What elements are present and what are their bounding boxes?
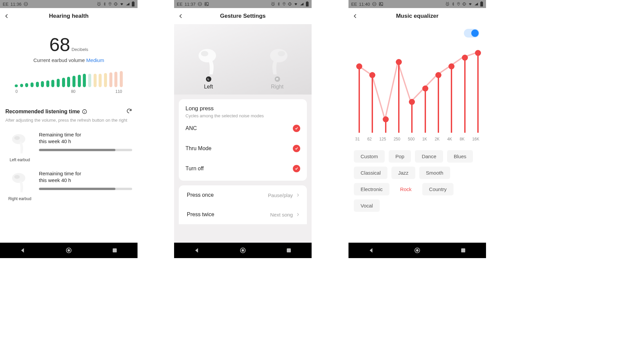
nav-back-button[interactable] <box>16 244 30 257</box>
eq-slider-handle[interactable] <box>396 59 402 65</box>
nav-recent-button[interactable] <box>457 244 470 257</box>
volume-bar-segment <box>46 80 49 87</box>
eq-slider-handle[interactable] <box>369 72 375 78</box>
location-icon <box>282 2 286 6</box>
preset-chip-blues[interactable]: Blues <box>447 150 473 163</box>
info-icon <box>82 109 87 114</box>
svg-rect-4 <box>115 3 117 5</box>
phone-music-equalizer: EE 11:40 Music equalizer 31621252505001K… <box>348 0 486 258</box>
eq-slider-track[interactable] <box>359 66 360 133</box>
nav-recent-button[interactable] <box>282 244 296 257</box>
signal-icon <box>474 2 479 6</box>
eq-slider-handle[interactable] <box>422 85 428 92</box>
svg-rect-5 <box>132 2 135 7</box>
eq-slider-track[interactable] <box>398 62 399 133</box>
clock: 11:37 <box>184 2 196 7</box>
eq-slider-track[interactable] <box>477 53 479 133</box>
chevron-left-icon <box>352 13 358 19</box>
nav-back-button[interactable] <box>365 244 378 257</box>
press-twice-value: Next song <box>270 212 293 218</box>
right-earbud-line2: this week 40 h <box>39 177 132 184</box>
back-button[interactable] <box>174 13 187 19</box>
carrier: EE <box>3 2 8 7</box>
equalizer-chart[interactable]: 31621252505001K2K4K8K16K <box>355 41 479 141</box>
nav-recent-button[interactable] <box>108 244 121 257</box>
preset-chip-rock[interactable]: Rock <box>393 183 418 195</box>
reco-title: Recommended listening time <box>5 109 80 115</box>
option-thru-mode[interactable]: Thru Mode <box>185 138 300 159</box>
refresh-icon <box>126 108 132 114</box>
eq-slider-track[interactable] <box>464 58 466 133</box>
nav-home-button[interactable] <box>236 244 250 257</box>
tab-right-earbud[interactable]: R Right <box>243 24 312 95</box>
volume-bar-segment <box>57 79 60 87</box>
volume-bar-segment <box>15 84 18 87</box>
eq-slider-handle[interactable] <box>383 116 389 122</box>
chevron-right-icon <box>296 212 300 217</box>
option-off-label: Turn off <box>185 166 204 172</box>
svg-rect-23 <box>289 3 291 5</box>
left-earbud-icon <box>195 46 222 76</box>
eq-slider-handle[interactable] <box>448 63 454 69</box>
nav-home-button[interactable] <box>62 244 75 257</box>
page-title: Gesture Settings <box>174 13 312 19</box>
eq-band-label: 62 <box>367 137 372 141</box>
eq-slider-handle[interactable] <box>435 72 441 78</box>
preset-chip-custom[interactable]: Custom <box>354 150 385 163</box>
nav-recent-icon <box>286 247 292 253</box>
eq-slider-track[interactable] <box>451 66 452 133</box>
nav-home-button[interactable] <box>411 244 424 257</box>
option-anc[interactable]: ANC <box>185 118 300 138</box>
tab-left-earbud[interactable]: L Left <box>174 24 243 95</box>
option-turn-off[interactable]: Turn off <box>185 159 300 179</box>
left-badge: L <box>206 76 211 82</box>
svg-point-15 <box>68 249 70 251</box>
nav-back-icon <box>368 247 375 254</box>
left-earbud-icon <box>9 131 31 156</box>
eq-slider-handle[interactable] <box>409 99 415 105</box>
eq-slider-handle[interactable] <box>475 50 481 56</box>
eq-toggle[interactable] <box>464 29 479 38</box>
eq-slider-track[interactable] <box>425 88 426 133</box>
preset-chip-smooth[interactable]: Smooth <box>419 167 450 179</box>
long-press-sub: Cycles among the selected noise modes <box>185 113 300 118</box>
row-press-twice[interactable]: Press twice Next song <box>179 205 307 224</box>
right-earbud-icon <box>9 170 31 195</box>
eq-slider-track[interactable] <box>372 75 373 133</box>
right-badge: R <box>275 76 280 82</box>
volume-bar-segment <box>41 81 44 87</box>
preset-chip-classical[interactable]: Classical <box>354 167 387 179</box>
preset-chip-jazz[interactable]: Jazz <box>391 167 415 179</box>
volume-bar-segment <box>88 74 91 87</box>
dnd-icon <box>198 2 202 6</box>
nav-recent-icon <box>112 247 118 253</box>
back-button[interactable] <box>0 13 13 19</box>
dnd-icon <box>372 2 377 6</box>
preset-chip-electronic[interactable]: Electronic <box>354 183 389 195</box>
nav-back-button[interactable] <box>190 244 204 257</box>
volume-bar-segment <box>25 83 28 87</box>
eq-slider-track[interactable] <box>438 75 439 133</box>
earbud-selector: L Left R Right <box>174 24 312 95</box>
preset-chip-vocal[interactable]: Vocal <box>354 199 380 212</box>
phone-gesture-settings: EE 11:37 Gesture Settings L Left <box>174 0 312 258</box>
android-navbar <box>174 243 312 258</box>
right-earbud-progress <box>39 188 132 190</box>
preset-chip-country[interactable]: Country <box>422 183 453 195</box>
refresh-button[interactable] <box>126 108 132 115</box>
volume-bar-segment <box>62 78 65 87</box>
back-button[interactable] <box>348 13 362 19</box>
eq-slider-handle[interactable] <box>462 55 468 61</box>
location-icon <box>108 2 112 6</box>
nav-back-icon <box>19 247 26 254</box>
preset-chip-pop[interactable]: Pop <box>389 150 411 163</box>
bluetooth-icon <box>277 2 281 6</box>
volume-bar-segment <box>51 80 54 87</box>
tab-right-label: Right <box>271 84 283 90</box>
preset-chip-dance[interactable]: Dance <box>415 150 443 163</box>
nav-recent-icon <box>460 247 466 253</box>
alarm-icon <box>271 2 275 6</box>
row-press-once[interactable]: Press once Pause/play <box>179 185 307 205</box>
eq-slider-track[interactable] <box>411 102 413 133</box>
eq-slider-handle[interactable] <box>356 63 362 69</box>
